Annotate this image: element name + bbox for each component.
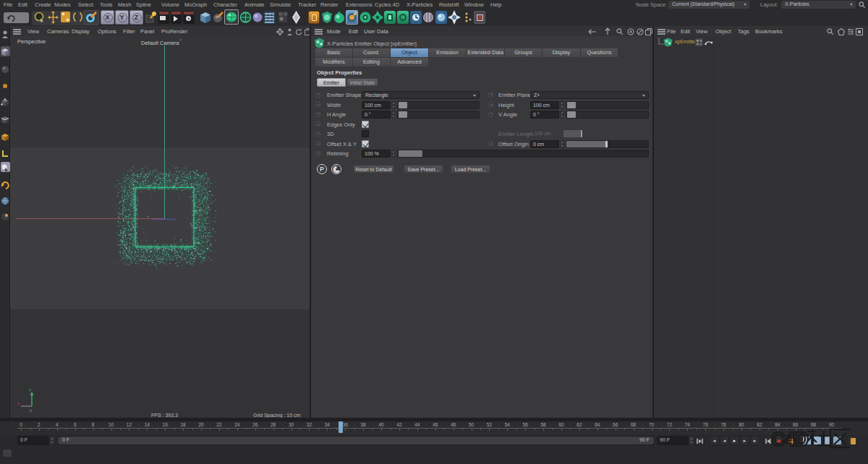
svg-text:x: x xyxy=(17,401,20,405)
svg-text:y: y xyxy=(29,387,31,392)
svg-text:C4D: C4D xyxy=(771,429,809,450)
svg-text:z: z xyxy=(30,408,32,413)
